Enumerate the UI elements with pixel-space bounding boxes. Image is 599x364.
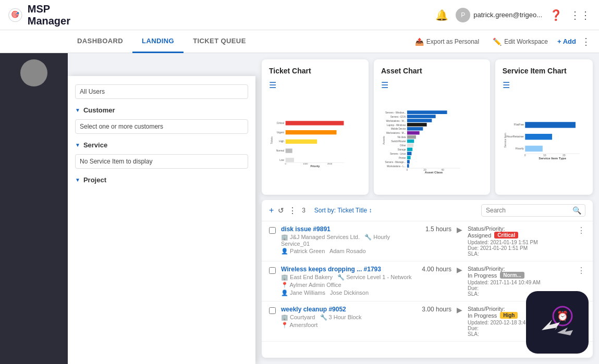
play-button[interactable]: ▶	[457, 225, 462, 234]
status-row: Status/Priority:	[468, 266, 572, 272]
ticket-status-area: Status/Priority: Assigned Critical Updat…	[468, 225, 572, 257]
service-label: Service	[83, 141, 107, 149]
ticket-title[interactable]: disk issue #9891	[281, 225, 420, 233]
svg-text:FlatFee: FlatFee	[514, 123, 523, 126]
customer-filter-header[interactable]: ▼ Customer	[68, 102, 255, 116]
edit-workspace-button[interactable]: ✏️ Edit Workspace	[488, 35, 552, 48]
svg-text:Servers - Linux: Servers - Linux	[390, 153, 406, 155]
tabs-actions: 📤 Export as Personal ✏️ Edit Workspace +…	[411, 35, 599, 48]
svg-text:Printer: Printer	[399, 157, 406, 159]
edit-icon: ✏️	[493, 37, 502, 46]
ticket-title[interactable]: Wireless keeps dropping ... #1793	[281, 266, 417, 273]
ticket-checkbox[interactable]	[269, 307, 276, 314]
ticket-more-button[interactable]: ⋮	[577, 225, 585, 235]
svg-rect-56	[525, 134, 552, 140]
customer-label: Customer	[83, 106, 115, 114]
user-info[interactable]: P patrick.green@trigeo...	[456, 8, 542, 22]
svg-rect-42	[407, 156, 411, 159]
svg-text:2000: 2000	[327, 162, 333, 165]
export-personal-button[interactable]: 📤 Export as Personal	[411, 35, 483, 48]
project-arrow-icon: ▼	[75, 177, 80, 183]
add-button[interactable]: + Add	[557, 37, 576, 45]
queue-more-button[interactable]: ⋮	[288, 206, 297, 216]
svg-rect-58	[525, 146, 543, 152]
play-button[interactable]: ▶	[457, 266, 462, 274]
play-button[interactable]: ▶	[457, 306, 462, 314]
avatar: P	[456, 8, 470, 22]
floating-icon: ⏰	[526, 291, 589, 354]
tabs-bar: DASHBOARD LANDING TICKET QUEUE 📤 Export …	[0, 30, 599, 53]
apps-button[interactable]: ⋮⋮	[570, 9, 591, 21]
svg-rect-40	[407, 152, 412, 155]
svg-rect-54	[525, 122, 576, 128]
service-icon: 🔧	[337, 274, 345, 280]
ticket-chart-container: Tickets Critical Urgent High Normal	[269, 93, 361, 187]
ticket-checkbox[interactable]	[269, 227, 276, 234]
ticket-time: 1.5 hours	[425, 225, 451, 233]
ticket-checkbox[interactable]	[269, 267, 276, 274]
ticket-sub: 🏢 Courtyard 🔧 3 Hour Block	[281, 314, 417, 321]
svg-rect-44	[407, 160, 410, 164]
ticket-chart-panel: Ticket Chart ☰ Tickets Critical Urgent	[262, 59, 369, 195]
status-label: Status/Priority:	[468, 225, 505, 232]
svg-text:0: 0	[285, 162, 287, 165]
svg-text:Laptop - Windows: Laptop - Windows	[387, 124, 406, 127]
svg-text:Switch/Router: Switch/Router	[391, 140, 406, 143]
notifications-button[interactable]: 🔔	[435, 9, 448, 21]
service-select[interactable]: No Service Item to display	[75, 154, 248, 169]
tab-dashboard[interactable]: DASHBOARD	[68, 30, 132, 53]
ticket-more-button[interactable]: ⋮	[577, 266, 585, 275]
service-chart-svg: Service Item FlatFee HourRetainer Hourly…	[503, 93, 585, 187]
tab-ticket-queue[interactable]: TICKET QUEUE	[184, 30, 255, 53]
asset-filter-icon[interactable]: ☰	[381, 80, 483, 90]
status-badge: Norm...	[500, 272, 524, 279]
svg-text:Priority: Priority	[311, 165, 320, 168]
project-filter-header[interactable]: ▼ Project	[68, 172, 255, 186]
svg-rect-22	[407, 115, 436, 118]
company-icon: 🏢	[281, 274, 288, 280]
svg-rect-30	[407, 131, 420, 135]
table-row: disk issue #9891 🏢 J&J Managed Services …	[262, 221, 593, 261]
search-input[interactable]	[481, 204, 585, 217]
refresh-button[interactable]: ↺	[278, 206, 284, 215]
username-label: patrick.green@trigeo...	[473, 11, 542, 19]
service-filter-row: No Service Item to display	[68, 151, 255, 172]
svg-rect-4	[286, 121, 344, 125]
svg-text:Asset Class: Asset Class	[425, 170, 443, 174]
svg-text:Low: Low	[279, 159, 284, 161]
filter-panel: All Users ▼ Customer Select one or more …	[68, 76, 255, 364]
service-filter-icon[interactable]: ☰	[503, 80, 585, 90]
svg-text:Storage: Storage	[398, 148, 406, 151]
ticket-chart-title: Ticket Chart	[269, 67, 361, 75]
ticket-filter-icon[interactable]: ☰	[269, 80, 361, 90]
ticket-time: 3.00 hours	[422, 306, 451, 313]
add-ticket-button[interactable]: +	[269, 206, 274, 215]
help-button[interactable]: ❓	[549, 9, 563, 21]
svg-rect-38	[407, 147, 412, 151]
tab-landing[interactable]: LANDING	[132, 30, 184, 53]
ticket-main: weekly cleanup #9052 🏢 Courtyard 🔧 3 Hou…	[281, 306, 417, 329]
users-select[interactable]: All Users	[75, 84, 248, 99]
asset-chart-panel: Asset Chart ☰ Assets Servers - Window...…	[374, 59, 490, 195]
ticket-actions: ⋮	[577, 266, 585, 275]
logo-area: 🎯 MSP Manager	[8, 3, 71, 27]
svg-rect-24	[407, 119, 432, 122]
svg-text:Assets: Assets	[382, 136, 385, 145]
status-values: In Progress Norm...	[468, 272, 572, 279]
svg-text:Workstations - W...: Workstations - W...	[386, 120, 406, 122]
queue-sort-label[interactable]: Sort by: Ticket Title ↕	[314, 207, 372, 214]
service-arrow-icon: ▼	[75, 142, 80, 148]
svg-rect-12	[286, 158, 294, 162]
ticket-time: 4.00 hours	[422, 266, 451, 273]
project-label: Project	[83, 176, 106, 184]
customer-select[interactable]: Select one or more customers	[75, 119, 248, 134]
status-label: Status/Priority:	[468, 266, 505, 272]
more-options-button[interactable]: ⋮	[581, 36, 591, 47]
ticket-location: 📍 Amersfoort	[281, 322, 417, 329]
svg-text:Workstations - L...: Workstations - L...	[387, 165, 406, 168]
main-content: All Users ▼ Customer Select one or more …	[0, 53, 599, 364]
svg-text:Hourly: Hourly	[515, 147, 524, 150]
service-filter-header[interactable]: ▼ Service	[68, 137, 255, 151]
ticket-title[interactable]: weekly cleanup #9052	[281, 306, 417, 313]
svg-rect-32	[407, 135, 416, 139]
